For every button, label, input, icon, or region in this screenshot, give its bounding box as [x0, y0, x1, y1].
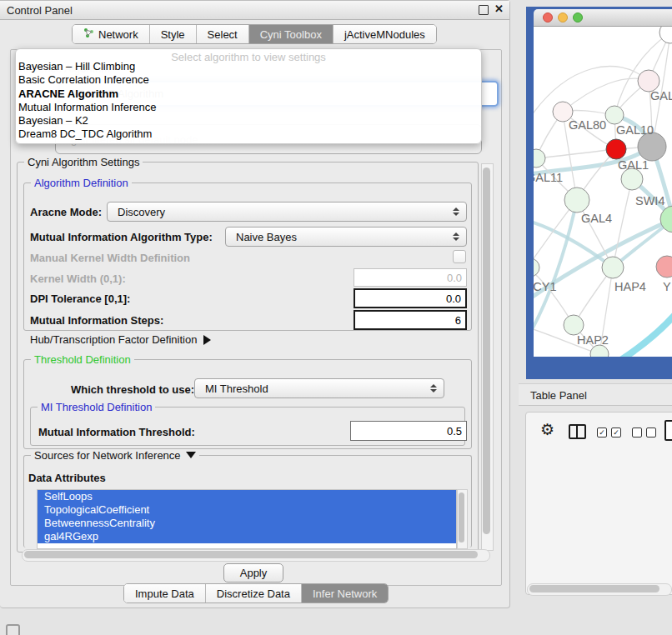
- network-node-GAL4[interactable]: [564, 188, 589, 212]
- spinner-arrows-icon: [430, 384, 437, 392]
- tab-cyni-toolbox[interactable]: Cyni Toolbox: [249, 25, 333, 43]
- algorithm-definition-title: Algorithm Definition: [31, 177, 132, 189]
- apply-button[interactable]: Apply: [223, 563, 283, 582]
- table-horizontal-scrollbar[interactable]: [527, 583, 672, 596]
- network-edge[interactable]: [610, 314, 672, 357]
- threshold-definition-title: Threshold Definition: [31, 353, 134, 366]
- table-settings-gear-icon[interactable]: ⚙: [540, 422, 554, 438]
- select-all-checkboxes-icon[interactable]: ✓✓: [597, 428, 621, 438]
- node-label: HAP2: [577, 333, 609, 347]
- control-panel-titlebar: Control Panel ✕: [0, 1, 509, 20]
- network-node-GAL10[interactable]: [605, 106, 624, 124]
- algorithm-option[interactable]: ARACNE Algorithm: [18, 88, 156, 101]
- attribute-item[interactable]: gal4RGexp: [38, 530, 456, 543]
- data-attributes-list: SelfLoopsTopologicalCoefficientBetweenne…: [37, 489, 457, 549]
- settings-group-title: Cyni Algorithm Settings: [24, 156, 143, 168]
- toolbox-tabbar: NetworkStyleSelectCyni ToolboxjActiveMNo…: [72, 24, 437, 44]
- close-window-icon[interactable]: [543, 12, 553, 22]
- mi-threshold-input[interactable]: 0.5: [350, 421, 467, 441]
- settings-hscroll-thumb[interactable]: [24, 551, 478, 558]
- aracne-mode-combobox[interactable]: Discovery: [107, 202, 467, 222]
- network-edge[interactable]: [536, 149, 616, 158]
- network-node-GAL1[interactable]: [606, 139, 626, 159]
- tab-style[interactable]: Style: [150, 25, 197, 43]
- algorithm-option[interactable]: Dream8 DC_TDC Algorithm: [18, 128, 156, 141]
- node-label: GAL11: [534, 171, 563, 184]
- network-node-GAL11[interactable]: [534, 149, 545, 168]
- attributes-scroll-thumb[interactable]: [459, 492, 464, 542]
- close-panel-icon[interactable]: ✕: [494, 2, 504, 15]
- mi-type-label: Mutual Information Algorithm Type:: [30, 231, 213, 243]
- minimize-window-icon[interactable]: [558, 12, 568, 22]
- export-table-icon[interactable]: [664, 420, 672, 441]
- network-node-gray-node[interactable]: [638, 132, 666, 161]
- algorithm-option[interactable]: Basic Correlation Inference: [18, 73, 156, 87]
- network-canvas[interactable]: GALGAL80GAL10GAL1GAL11SWI4GAL4GCY1HAP4YH…: [534, 27, 672, 357]
- tab-jactivemnodules[interactable]: jActiveMNodules: [333, 25, 436, 43]
- cyni-bottom-tabbar: Impute DataDiscretize DataInfer Network: [123, 583, 389, 603]
- algorithm-list: Bayesian – Hill ClimbingBasic Correlatio…: [18, 60, 156, 142]
- network-view-frame: GALGAL80GAL10GAL1GAL11SWI4GAL4GCY1HAP4YH…: [526, 7, 672, 379]
- mi-threshold-label: Mutual Information Threshold:: [38, 426, 195, 438]
- network-node-partial-top[interactable]: [659, 27, 672, 43]
- node-table-wrap: shared…name YDL19…YDL19…13YDR27…YDR27…12…: [525, 448, 672, 582]
- spinner-arrows-icon: [453, 208, 459, 216]
- table-hscroll-thumb[interactable]: [529, 585, 659, 592]
- node-label: GAL: [650, 89, 672, 102]
- control-panel: Control Panel ✕ NetworkStyleSelectCyni T…: [0, 0, 510, 608]
- network-node-HAP4[interactable]: [602, 257, 624, 278]
- deselect-all-checkboxes-icon[interactable]: [632, 428, 656, 438]
- attribute-item[interactable]: BetweennessCentrality: [38, 517, 456, 530]
- network-window-titlebar[interactable]: [534, 9, 672, 27]
- zoom-window-icon[interactable]: [573, 12, 583, 22]
- network-node-Y-partial[interactable]: [656, 256, 672, 278]
- kernel-width-label: Kernel Width (0,1):: [30, 272, 126, 285]
- algorithm-dropdown-popup: Select algorithm to view settings Bayesi…: [15, 48, 482, 144]
- network-graph[interactable]: GALGAL80GAL10GAL1GAL11SWI4GAL4GCY1HAP4YH…: [534, 27, 672, 357]
- node-label: GCY1: [534, 280, 557, 293]
- settings-horizontal-scrollbar[interactable]: [22, 549, 490, 562]
- node-label: GAL1: [618, 158, 649, 172]
- settings-vertical-scrollbar[interactable]: [481, 163, 494, 551]
- manual-kernel-label: Manual Kernel Width Definition: [30, 252, 190, 264]
- dpi-tolerance-label: DPI Tolerance [0,1]:: [30, 292, 130, 305]
- sources-group-title[interactable]: Sources for Network Inference: [31, 449, 199, 462]
- minimized-panel-icon[interactable]: [6, 624, 20, 635]
- tab-infer-network[interactable]: Infer Network: [302, 584, 388, 602]
- attribute-item[interactable]: SelfLoops: [38, 490, 456, 503]
- node-label: GAL4: [581, 212, 612, 225]
- tab-discretize-data[interactable]: Discretize Data: [206, 584, 302, 602]
- node-label: GAL80: [569, 118, 606, 132]
- tab-impute-data[interactable]: Impute Data: [124, 584, 206, 602]
- which-threshold-combobox[interactable]: MI Threshold: [194, 378, 444, 398]
- collapse-arrow-icon: [186, 452, 196, 458]
- float-panel-icon[interactable]: [479, 5, 489, 15]
- mi-steps-input[interactable]: 6: [354, 310, 467, 330]
- dpi-tolerance-input[interactable]: 0.0: [354, 288, 467, 308]
- root: Control Panel ✕ NetworkStyleSelectCyni T…: [0, 0, 672, 635]
- table-panel-titlebar: Table Panel: [519, 383, 672, 406]
- tab-select[interactable]: Select: [197, 25, 249, 43]
- network-node-HAP2[interactable]: [564, 315, 584, 335]
- data-attributes-label: Data Attributes: [28, 472, 106, 484]
- algorithm-option[interactable]: Mutual Information Inference: [18, 101, 156, 114]
- network-node-GCY1[interactable]: [534, 258, 539, 277]
- attribute-item[interactable]: TopologicalCoefficient: [38, 503, 456, 517]
- table-panel-title: Table Panel: [530, 389, 587, 402]
- mi-type-combobox[interactable]: Naive Bayes: [225, 227, 467, 247]
- panel-title: Control Panel: [7, 4, 73, 17]
- algorithm-option[interactable]: Bayesian – K2: [18, 114, 156, 128]
- which-threshold-label: Which threshold to use:: [71, 383, 194, 396]
- hub-definition-expander[interactable]: Hub/Transcription Factor Definition: [30, 333, 211, 346]
- column-visibility-icon[interactable]: [569, 424, 586, 439]
- manual-kernel-checkbox[interactable]: [453, 250, 466, 263]
- mi-steps-label: Mutual Information Steps:: [30, 314, 163, 327]
- tab-network[interactable]: Network: [73, 25, 150, 43]
- network-edge[interactable]: [563, 78, 649, 112]
- settings-scroll-thumb[interactable]: [483, 168, 490, 534]
- node-label: Y: [663, 280, 671, 293]
- kernel-width-input[interactable]: 0.0: [354, 268, 467, 287]
- algorithm-option[interactable]: Bayesian – Hill Climbing: [18, 60, 156, 73]
- attributes-list-scrollbar[interactable]: [457, 489, 468, 549]
- node-label: GAL10: [616, 123, 654, 137]
